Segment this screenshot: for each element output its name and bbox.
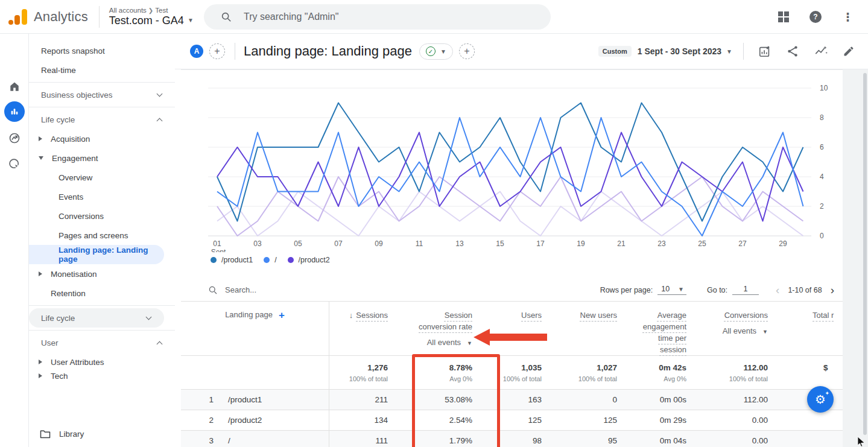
column-header-new-users[interactable]: New users — [549, 302, 624, 355]
sidebar-item-acquisition[interactable]: Acquisition — [29, 129, 175, 148]
report-status-menu[interactable]: ✓ ▼ — [419, 43, 453, 60]
date-range-picker[interactable]: 1 Sept - 30 Sept 2023 — [638, 46, 721, 56]
home-icon[interactable] — [8, 81, 21, 95]
cell-sessions: 111 — [329, 436, 395, 445]
sidebar-item-user-attributes[interactable]: User Attributes — [29, 352, 175, 372]
help-icon[interactable]: ? — [809, 11, 822, 23]
add-dimension-icon[interactable]: + — [279, 310, 285, 320]
chevron-down-icon — [146, 314, 152, 320]
sidebar-item-label: User — [41, 338, 59, 347]
column-header-conversions[interactable]: Conversions All events▼ — [694, 302, 775, 355]
sidebar-item-user[interactable]: User — [29, 333, 175, 352]
sidebar-item-life-cycle[interactable]: Life cycle — [29, 110, 175, 129]
sidebar-item-tech[interactable]: Tech — [29, 372, 175, 380]
row-number: 3 — [181, 436, 214, 445]
legend-item[interactable]: / — [264, 256, 276, 264]
sidebar-item-events[interactable]: Events — [29, 187, 175, 206]
sidebar-item-label: Life cycle — [41, 314, 75, 323]
table-row-product2[interactable]: 2/product21342.54%1251250m 29s0.00 — [181, 410, 843, 430]
rows-per-page-select[interactable]: 10▼ — [657, 285, 686, 295]
cell-new_users: 125 — [549, 416, 624, 425]
chevron-down-icon: ▼ — [440, 48, 446, 55]
property-selector[interactable]: Test.com - GA4▼ — [109, 14, 194, 27]
legend-item[interactable]: /product1 — [211, 256, 253, 264]
sidebar-item-business-objectives[interactable]: Business objectives — [29, 85, 175, 104]
y-axis-tick-label: 10 — [820, 84, 828, 92]
sidebar-item-reports-snapshot[interactable]: Reports snapshot — [29, 41, 175, 60]
sidebar-item-label: Acquisition — [51, 135, 90, 144]
breadcrumb[interactable]: All accounts❯Test — [109, 7, 194, 14]
global-search-input[interactable]: Try searching "Admin" — [204, 4, 551, 30]
more-vert-icon[interactable]: ⋮ — [842, 11, 854, 23]
conversions-event-filter[interactable]: All events▼ — [694, 326, 768, 335]
add-report-tab-button[interactable]: + — [459, 43, 475, 59]
sidebar-item-pages-and-screens[interactable]: Pages and screens — [29, 226, 175, 245]
column-header-total-revenue[interactable]: Total r — [775, 302, 843, 355]
x-axis-tick-label: 05 — [294, 239, 302, 248]
card-top-border — [181, 69, 843, 70]
customise-chart-icon[interactable] — [758, 45, 771, 58]
comparison-avatar[interactable]: A — [190, 45, 203, 58]
legend-label: /product2 — [299, 256, 330, 264]
legend-label: / — [274, 256, 276, 264]
edit-pencil-icon[interactable] — [843, 45, 855, 57]
pagination-range: 1-10 of 68 — [788, 286, 822, 294]
x-axis-tick-label: 23 — [657, 239, 666, 248]
annotation-highlight-box — [412, 354, 500, 447]
insights-fab-button[interactable]: ⚙ ✦ — [807, 386, 834, 413]
reports-icon[interactable] — [4, 101, 25, 122]
sidebar-item-label: Reports snapshot — [41, 46, 105, 55]
annotation-arrow — [474, 327, 547, 347]
explore-icon[interactable] — [8, 132, 21, 147]
share-icon[interactable] — [786, 45, 799, 58]
sidebar-item-conversions[interactable]: Conversions — [29, 206, 175, 226]
x-axis-tick-label: 13 — [455, 239, 464, 248]
advertising-icon[interactable] — [8, 158, 21, 173]
sidebar-item-overview[interactable]: Overview — [29, 168, 175, 187]
column-header-avg-engagement-time[interactable]: Average engagement time per session — [624, 302, 694, 355]
row-number: 1 — [181, 395, 214, 404]
landing-page-value: /product2 — [228, 416, 262, 425]
expand-arrow-icon[interactable] — [39, 156, 43, 160]
x-axis-tick-label: 03 — [253, 239, 262, 248]
next-page-icon[interactable]: › — [831, 284, 834, 297]
table-row-product1[interactable]: 1/product121153.08%16300m 00s112.00 — [181, 389, 843, 410]
chevron-down-icon: ▼ — [726, 48, 732, 55]
grid-apps-icon[interactable] — [778, 11, 789, 22]
sidebar-item-label: Life cycle — [41, 115, 75, 124]
column-header-session-conversion-rate[interactable]: Session conversion rate All events▼ — [395, 302, 480, 355]
cell-conversions: 112.00 — [694, 395, 775, 404]
goto-page-input[interactable]: 1 — [732, 285, 759, 295]
collapse-arrow-icon[interactable] — [39, 271, 42, 276]
table-search-input[interactable]: Search... — [208, 285, 600, 295]
sidebar-item-label: User Attributes — [51, 358, 104, 367]
column-header-landing-page[interactable]: Landing page + — [181, 302, 329, 355]
library-label: Library — [59, 430, 84, 439]
x-axis-tick-label: 19 — [577, 239, 585, 248]
collapse-arrow-icon[interactable] — [39, 373, 42, 378]
x-axis-tick-label: 29 — [779, 239, 787, 248]
sidebar-item-retention[interactable]: Retention — [29, 284, 175, 303]
page-title: Landing page: Landing page — [244, 43, 412, 59]
y-axis-tick-label: 2 — [820, 202, 824, 211]
sidebar-item-real-time[interactable]: Real-time — [29, 60, 175, 80]
collapse-arrow-icon[interactable] — [39, 360, 42, 364]
sidebar-item-engagement[interactable]: Engagement — [29, 148, 175, 168]
sidebar-item-life-cycle-collapsed[interactable]: Life cycle — [29, 308, 164, 328]
sidebar-item-monetisation[interactable]: Monetisation — [29, 264, 175, 284]
sidebar-item-label: Conversions — [59, 212, 104, 221]
table-row-[interactable]: 3/1111.79%98950m 04s0.00 — [181, 430, 843, 447]
collapse-arrow-icon[interactable] — [39, 136, 42, 141]
landing-page-value: / — [228, 436, 230, 445]
folder-icon — [40, 430, 51, 439]
insights-icon[interactable] — [814, 45, 828, 58]
column-header-sessions[interactable]: ↓Sessions — [329, 302, 395, 355]
sidebar-item-library[interactable]: Library — [40, 425, 175, 443]
conversion-rate-event-filter[interactable]: All events▼ — [395, 338, 472, 347]
sidebar-item-landing-page-landing-page[interactable]: Landing page: Landing page — [29, 245, 164, 264]
vertical-scrollbar[interactable] — [863, 73, 867, 435]
report-nav: Reports snapshotReal-timeBusiness object… — [29, 34, 175, 380]
search-icon — [208, 285, 218, 295]
add-comparison-button[interactable]: + — [209, 43, 225, 59]
legend-item[interactable]: /product2 — [288, 256, 330, 264]
